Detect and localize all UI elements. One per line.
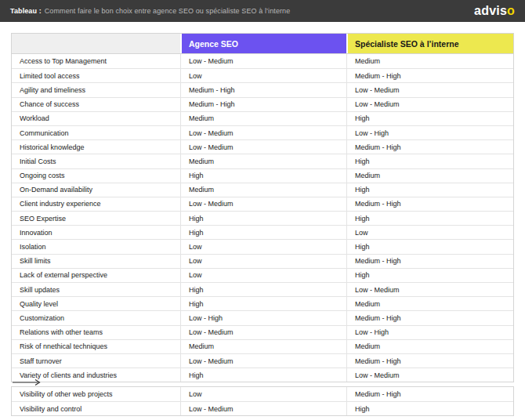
cell-criterion: SEO Expertise <box>12 212 180 225</box>
title-text: Comment faire le bon choix entre agence … <box>45 7 291 15</box>
cell-agency-value: Low <box>180 255 346 268</box>
table-row: Communication Low - Medium Low - High <box>12 125 513 139</box>
cell-agency-value: Low - Medium <box>180 197 346 211</box>
cell-agency-value: High <box>180 226 346 239</box>
cell-agency-value: Low - Medium <box>180 140 346 154</box>
cell-agency-value: High <box>180 212 346 225</box>
cell-criterion: Skill updates <box>12 283 180 296</box>
table-row: Client industry experience Low - Medium … <box>12 197 513 211</box>
comparison-table: Agence SEO Spécialiste SEO à l’interne A… <box>11 33 514 382</box>
adviso-logo[interactable]: adviso <box>474 5 515 17</box>
cell-agency-value: Low - Medium <box>180 54 346 68</box>
table-row: Innovation High Low <box>12 225 513 239</box>
table-body-main: Access to Top Management Low - Medium Me… <box>12 54 513 382</box>
cell-agency-value: Low <box>180 269 346 282</box>
cell-agency-value: Medium - High <box>180 83 346 96</box>
cell-agency-value: Low <box>180 240 346 253</box>
cell-inhouse-value: Low - Medium <box>346 98 513 111</box>
page-title: Tableau :Comment faire le bon choix entr… <box>10 7 290 15</box>
cell-inhouse-value: Medium - High <box>346 311 513 324</box>
cell-criterion: Customization <box>12 311 180 324</box>
title-label: Tableau : <box>10 7 42 15</box>
cell-inhouse-value: Medium <box>346 54 513 68</box>
cell-inhouse-value: High <box>346 154 513 168</box>
cell-criterion: Risk of nnethical techniques <box>12 340 180 353</box>
cell-inhouse-value: Medium <box>346 169 513 183</box>
cell-criterion: Communication <box>12 126 180 139</box>
cell-criterion: On-Demand availability <box>12 183 180 197</box>
cell-agency-value: Low - Medium <box>180 126 346 139</box>
cell-inhouse-value: Medium - High <box>346 354 513 368</box>
cell-agency-value: Medium <box>180 340 346 353</box>
cell-inhouse-value: Medium - High <box>346 387 513 401</box>
header-cell-agency-seo: Agence SEO <box>180 34 346 53</box>
cell-inhouse-value: Low - High <box>346 126 513 139</box>
cell-criterion: Isolation <box>12 240 180 253</box>
table-row: Relations with other teams Low - Medium … <box>12 325 513 339</box>
cell-agency-value: Medium <box>180 154 346 168</box>
table-row: On-Demand availability Medium High <box>12 183 513 197</box>
cell-inhouse-value: High <box>346 112 513 125</box>
cell-inhouse-value: High <box>346 269 513 282</box>
table-row: Skill limits Low Medium - High <box>12 254 513 268</box>
cell-agency-value: High <box>180 169 346 183</box>
cell-criterion: Visibility of other web projects <box>12 387 180 401</box>
table-row: Limited tool access Low Medium - High <box>12 68 513 82</box>
table-row: Skill updates High Low - Medium <box>12 282 513 296</box>
cell-inhouse-value: Medium - High <box>346 197 513 211</box>
cell-criterion: Historical knowledge <box>12 140 180 154</box>
header-cell-inhouse-seo: Spécialiste SEO à l’interne <box>346 34 513 53</box>
cell-criterion: Client industry experience <box>12 197 180 211</box>
cell-inhouse-value: Low - Medium <box>346 368 513 382</box>
cell-agency-value: Medium - High <box>180 98 346 111</box>
table-row: Agility and timeliness Medium - High Low… <box>12 82 513 96</box>
cell-inhouse-value: High <box>346 240 513 253</box>
cell-criterion: Chance of success <box>12 98 180 111</box>
comparison-table-continued: Visibility of other web projects Low Med… <box>11 386 514 416</box>
cell-inhouse-value: Medium - High <box>346 140 513 154</box>
table-row: Staff turnover Low - Medium Medium - Hig… <box>12 353 513 368</box>
cell-inhouse-value: High <box>346 402 513 415</box>
cell-criterion: Relations with other teams <box>12 326 180 339</box>
cell-agency-value: Medium <box>180 112 346 125</box>
table-row: Ongoing costs High Medium <box>12 168 513 183</box>
cell-inhouse-value: Low - Medium <box>346 83 513 96</box>
table-row: Initial Costs Medium High <box>12 154 513 168</box>
cell-agency-value: Low <box>180 387 346 401</box>
table-row: Risk of nnethical techniques Medium Medi… <box>12 339 513 353</box>
table-row: Quality level High Medium <box>12 296 513 310</box>
cell-criterion: Initial Costs <box>12 154 180 168</box>
table-row: Workload Medium High <box>12 111 513 125</box>
cell-agency-value: Low - Medium <box>180 402 346 415</box>
table-row: Historical knowledge Low - Medium Medium… <box>12 139 513 154</box>
cell-agency-value: Medium <box>180 183 346 197</box>
cell-inhouse-value: Low - Medium <box>346 283 513 296</box>
cell-agency-value: High <box>180 283 346 296</box>
table-row: SEO Expertise High High <box>12 211 513 225</box>
cell-criterion: Agility and timeliness <box>12 83 180 96</box>
logo-accent-letter: o <box>507 4 515 17</box>
table-row: Visibility of other web projects Low Med… <box>12 387 513 401</box>
table-row: Access to Top Management Low - Medium Me… <box>12 54 513 68</box>
table-row: Variety of clients and industries High L… <box>12 368 513 382</box>
cell-criterion: Access to Top Management <box>12 54 180 68</box>
table-row: Chance of success Medium - High Low - Me… <box>12 97 513 111</box>
table-row: Visibility and control Low - Medium High <box>12 401 513 415</box>
cell-criterion: Staff turnover <box>12 354 180 368</box>
cell-inhouse-value: Medium - High <box>346 69 513 82</box>
long-right-arrow-icon <box>12 378 43 386</box>
cell-inhouse-value: High <box>346 183 513 197</box>
cell-criterion: Limited tool access <box>12 69 180 82</box>
cell-criterion: Ongoing costs <box>12 169 180 183</box>
cell-agency-value: Low - Medium <box>180 354 346 368</box>
cell-inhouse-value: Medium <box>346 297 513 310</box>
cell-agency-value: Low - High <box>180 311 346 324</box>
cell-criterion: Workload <box>12 112 180 125</box>
cell-criterion: Innovation <box>12 226 180 239</box>
table-row: Lack of external perspective Low High <box>12 268 513 282</box>
cell-criterion: Lack of external perspective <box>12 269 180 282</box>
table-header-row: Agence SEO Spécialiste SEO à l’interne <box>12 34 513 54</box>
cell-inhouse-value: High <box>346 212 513 225</box>
table-row: Isolation Low High <box>12 239 513 253</box>
table-row: Customization Low - High Medium - High <box>12 310 513 324</box>
